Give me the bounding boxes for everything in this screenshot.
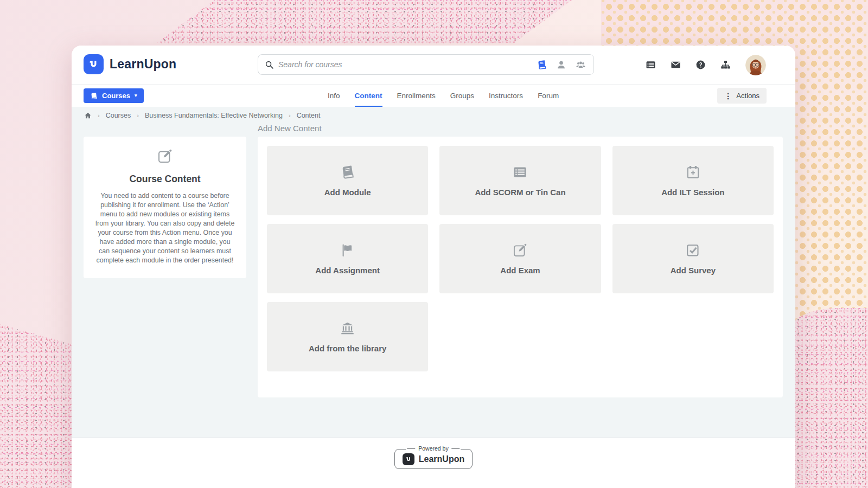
tab-content[interactable]: Content xyxy=(355,85,382,107)
panel-title: Course Content xyxy=(93,174,237,185)
breadcrumb-course-name[interactable]: Business Fundamentals: Effective Network… xyxy=(145,112,283,119)
search-input[interactable] xyxy=(274,60,537,69)
tile-label: Add SCORM or Tin Can xyxy=(475,188,565,197)
header-icons xyxy=(646,46,766,84)
home-icon[interactable] xyxy=(84,112,92,119)
question-circle-icon[interactable] xyxy=(695,60,706,70)
breadcrumb-separator: › xyxy=(289,112,291,119)
add-module-tile[interactable]: Add Module xyxy=(267,146,428,215)
course-nav: Courses ▾ Info Content Enrollments Group… xyxy=(72,84,795,107)
tile-label: Add Survey xyxy=(671,266,716,275)
add-assignment-tile[interactable]: Add Assignment xyxy=(267,224,428,293)
list-alt-icon xyxy=(513,165,527,179)
chevron-down-icon: ▾ xyxy=(135,93,137,98)
avatar[interactable] xyxy=(745,55,766,75)
breadcrumb-courses[interactable]: Courses xyxy=(106,112,131,119)
bank-icon xyxy=(340,321,355,336)
envelope-icon[interactable] xyxy=(671,60,681,70)
add-from-library-tile[interactable]: Add from the library xyxy=(267,302,428,371)
pencil-square-icon xyxy=(157,149,173,164)
tab-bar: Info Content Enrollments Groups Instruct… xyxy=(328,85,559,107)
speckle-bottom-right-decoration xyxy=(790,308,868,488)
footer-brand-name: LearnUpon xyxy=(419,454,464,464)
learnupon-logo-icon xyxy=(84,54,104,74)
tab-instructors[interactable]: Instructors xyxy=(489,85,523,107)
search-filters xyxy=(537,60,588,70)
tile-label: Add from the library xyxy=(309,344,386,353)
section-title: Add New Content xyxy=(258,124,322,133)
actions-button-label: Actions xyxy=(736,92,760,100)
list-alt-icon[interactable] xyxy=(646,60,656,70)
book-icon xyxy=(340,165,355,179)
brand-name: LearnUpon xyxy=(110,57,176,72)
search-icon xyxy=(265,60,274,69)
add-survey-tile[interactable]: Add Survey xyxy=(612,224,774,293)
breadcrumb-separator: › xyxy=(98,112,100,119)
course-content-info-panel: Course Content You need to add content t… xyxy=(84,137,246,278)
breadcrumb-content: Content xyxy=(297,112,321,119)
tab-forum[interactable]: Forum xyxy=(538,85,559,107)
calendar-plus-icon xyxy=(686,165,700,179)
courses-dropdown-button[interactable]: Courses ▾ xyxy=(84,88,144,103)
tab-enrollments[interactable]: Enrollments xyxy=(397,85,436,107)
check-square-icon xyxy=(686,243,700,258)
breadcrumb: › Courses › Business Fundamentals: Effec… xyxy=(72,107,795,119)
search-bar xyxy=(258,54,594,75)
flag-icon xyxy=(340,243,355,258)
sitemap-icon[interactable] xyxy=(720,60,731,70)
tile-label: Add Assignment xyxy=(315,266,380,275)
speckle-band-decoration xyxy=(156,0,572,43)
tile-label: Add Exam xyxy=(500,266,540,275)
brand[interactable]: LearnUpon xyxy=(84,54,176,74)
book-icon xyxy=(90,92,98,100)
book-icon[interactable] xyxy=(537,60,547,70)
footer: Powered by LearnUpon xyxy=(72,438,795,488)
app-window: LearnUpon xyxy=(72,46,795,488)
header: LearnUpon xyxy=(72,46,795,84)
main-area: › Courses › Business Fundamentals: Effec… xyxy=(72,107,795,438)
add-scorm-tile[interactable]: Add SCORM or Tin Can xyxy=(439,146,601,215)
users-icon[interactable] xyxy=(576,60,586,70)
tile-label: Add ILT Session xyxy=(661,188,724,197)
speckle-bottom-left-decoration xyxy=(0,324,76,488)
courses-button-label: Courses xyxy=(102,92,130,100)
user-icon[interactable] xyxy=(556,60,566,70)
powered-by-badge[interactable]: Powered by LearnUpon xyxy=(394,449,473,469)
breadcrumb-separator: › xyxy=(137,112,139,119)
add-content-panel: Add Module Add SCORM or Tin Can Add ILT … xyxy=(258,137,783,397)
actions-button[interactable]: ⋮ Actions xyxy=(717,88,767,104)
tab-groups[interactable]: Groups xyxy=(450,85,474,107)
ellipsis-v-icon: ⋮ xyxy=(724,92,732,100)
tile-label: Add Module xyxy=(324,188,371,197)
panel-description: You need to add content to a course befo… xyxy=(93,191,237,265)
learnupon-logo-icon xyxy=(403,453,414,465)
powered-by-label: Powered by xyxy=(406,445,461,452)
page: LearnUpon xyxy=(0,0,868,488)
add-exam-tile[interactable]: Add Exam xyxy=(439,224,601,293)
tile-grid: Add Module Add SCORM or Tin Can Add ILT … xyxy=(267,146,774,371)
pencil-square-icon xyxy=(513,243,527,258)
add-ilt-session-tile[interactable]: Add ILT Session xyxy=(612,146,774,215)
tab-info[interactable]: Info xyxy=(328,85,340,107)
